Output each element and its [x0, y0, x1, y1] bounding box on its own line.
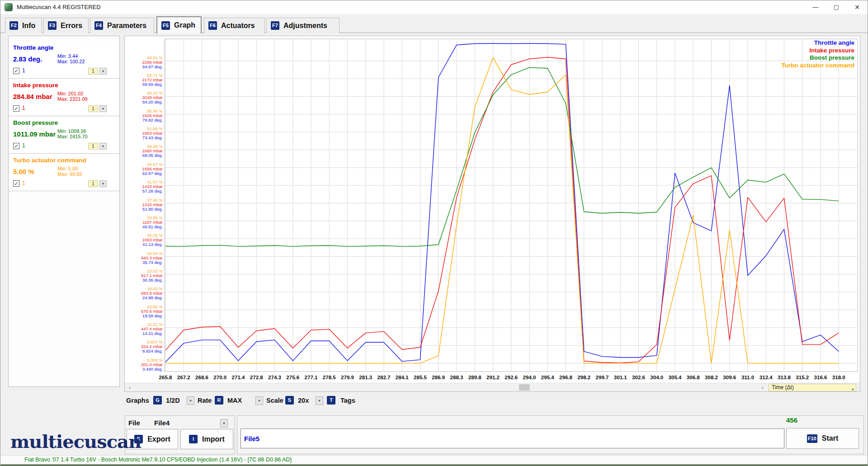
graphs-mode-value[interactable]: 1/2D	[166, 397, 180, 404]
window-bottom-edge	[0, 464, 868, 466]
file-select-value: File4	[154, 419, 170, 427]
legend-entry: Turbo actuator command	[781, 62, 854, 69]
y-axis-label-deg: 84.20 deg.	[142, 99, 163, 104]
x-axis-label: 291.2	[486, 375, 500, 380]
chevron-down-icon: ▼	[851, 386, 854, 393]
channel-max: Max: 2321.09	[57, 96, 88, 102]
scrollbar-thumb[interactable]	[519, 384, 530, 391]
y-axis-label-deg: 78.82 deg.	[142, 118, 163, 122]
x-axis-label: 271.4	[232, 375, 245, 380]
i-key-badge: I	[189, 435, 198, 443]
f3-key-badge: F3	[48, 21, 57, 30]
x-axis-label: 304.0	[650, 375, 663, 380]
chevron-down-icon[interactable]: ▼	[99, 180, 107, 187]
y-axis-label-deg: 46.51 deg.	[142, 224, 163, 229]
x-axis-label: 315.2	[796, 375, 809, 380]
graphs-dropdown-icon[interactable]: ▼	[187, 396, 194, 405]
channel-sidebar: Throttle angle 2.83 deg. Min: 3.44 Max: …	[8, 36, 120, 387]
y-axis-label-deg: 19.59 deg.	[142, 313, 163, 318]
g-key-badge: G	[153, 396, 162, 405]
vehicle-status-text: Fiat Bravo '07 1.4 Turbo 16V - Bosch Mot…	[24, 457, 292, 463]
scale-label: Scale	[266, 397, 283, 404]
x-axis-label: 268.6	[195, 375, 208, 380]
rate-value[interactable]: MAX	[227, 397, 242, 404]
x-axis-label: 284.1	[396, 375, 409, 380]
channel-panel-turbo: Turbo actuator command 5.00 % Min: 5.00 …	[9, 154, 119, 191]
channel-min: Min: 5.00	[57, 166, 78, 171]
start-button[interactable]: F10 Start	[786, 428, 859, 449]
x-axis-label: 278.5	[323, 375, 336, 380]
tab-actuators[interactable]: F6 Actuators	[204, 18, 265, 33]
graph-controls: Graphs G 1/2D ▼ Rate R MAX ▼ Scale S 20x…	[124, 395, 860, 408]
channel-min: Min: 1008.36	[57, 128, 86, 134]
y-axis-label-deg: 62.67 deg.	[142, 171, 163, 176]
rate-dropdown-icon[interactable]: ▼	[255, 396, 263, 405]
x-axis-label: 289.8	[468, 375, 481, 380]
x-axis-mode-select[interactable]: Time (Δt) ▼	[769, 384, 856, 391]
channel-checkbox[interactable]: ✓	[13, 143, 19, 149]
x-axis-label: 298.2	[577, 375, 590, 380]
legend-entry: Intake pressure	[809, 47, 854, 54]
tab-adjustments[interactable]: F7 Adjustments	[266, 18, 340, 33]
y-axis-label-deg: 89.59 deg.	[142, 82, 163, 87]
x-axis-label: 296.8	[559, 375, 572, 380]
channel-scale-select[interactable]: 1	[88, 180, 98, 187]
scale-value[interactable]: 20x	[298, 397, 309, 404]
chevron-down-icon[interactable]: ▼	[99, 143, 107, 150]
channel-checkbox-label: 1	[22, 105, 25, 111]
maximize-button[interactable]: ▢	[826, 0, 847, 14]
x-axis-label: 275.6	[286, 375, 299, 380]
tab-info[interactable]: F2 Info	[5, 18, 42, 33]
file-groupbox: File File4 ▼ E Export I Import	[125, 415, 235, 454]
y-axis-label-deg: 68.05 deg.	[142, 153, 163, 158]
r-key-badge: R	[215, 396, 223, 405]
channel-max: Max: 69.83	[57, 171, 82, 177]
x-axis-label: 305.4	[669, 375, 682, 380]
channel-scale-select[interactable]: 1	[88, 105, 98, 112]
legend-entry: Boost pressure	[810, 54, 855, 61]
f7-key-badge: F7	[271, 21, 279, 30]
scroll-left-icon[interactable]: ‹	[126, 383, 134, 391]
x-axis-label: 318.0	[832, 375, 845, 380]
graph-scrollbar[interactable]: ‹ › Time (Δt) ▼	[125, 383, 860, 391]
file-select[interactable]: File4 ▼	[150, 418, 228, 428]
graphs-label: Graphs	[126, 397, 149, 404]
minimize-button[interactable]: —	[805, 0, 826, 14]
x-axis-label: 295.4	[541, 375, 554, 380]
x-axis-label: 294.0	[523, 375, 536, 380]
filename-input[interactable]	[241, 428, 784, 448]
tab-errors[interactable]: F3 Errors	[43, 18, 89, 33]
f2-key-badge: F2	[9, 21, 18, 30]
chevron-down-icon[interactable]: ▼	[99, 68, 107, 75]
channel-scale-select[interactable]: 1	[88, 68, 98, 75]
tab-parameters[interactable]: F4 Parameters	[90, 18, 154, 33]
y-axis-label-deg: 73.43 deg.	[142, 135, 163, 140]
x-axis-label: 274.3	[268, 375, 281, 380]
f5-key-badge: F5	[161, 21, 170, 30]
close-button[interactable]: ✕	[847, 0, 868, 14]
channel-scale-select[interactable]: 1	[88, 143, 98, 150]
channel-checkbox[interactable]: ✓	[13, 105, 19, 112]
channel-checkbox[interactable]: ✓	[13, 180, 19, 187]
import-button[interactable]: I Import	[180, 429, 233, 449]
chevron-down-icon[interactable]: ▼	[220, 419, 228, 428]
legend-entry: Throttle angle	[814, 39, 855, 46]
y-axis-label-deg: 57.28 deg.	[142, 188, 163, 193]
tab-graph[interactable]: F5 Graph	[156, 16, 202, 33]
sample-counter: 456	[786, 416, 840, 424]
app-icon	[5, 3, 13, 11]
tags-label[interactable]: Tags	[340, 397, 355, 404]
x-axis-label: 270.0	[213, 375, 226, 380]
channel-checkbox[interactable]: ✓	[13, 68, 19, 74]
scroll-right-icon[interactable]: ›	[759, 383, 767, 391]
x-axis-label: 272.8	[250, 375, 263, 380]
x-axis-label: 292.6	[505, 375, 518, 380]
x-axis-label: 281.3	[359, 375, 372, 380]
channel-min: Min: 201.02	[57, 91, 83, 96]
y-axis-label-deg: 51.90 deg.	[142, 207, 163, 212]
channel-max: Max: 100.22	[57, 59, 85, 64]
channel-min: Min: 3.44	[57, 53, 78, 59]
scale-dropdown-icon[interactable]: ▼	[316, 396, 323, 405]
chevron-down-icon[interactable]: ▼	[99, 105, 107, 112]
y-axis-label-deg: 94.97 deg.	[142, 64, 163, 69]
